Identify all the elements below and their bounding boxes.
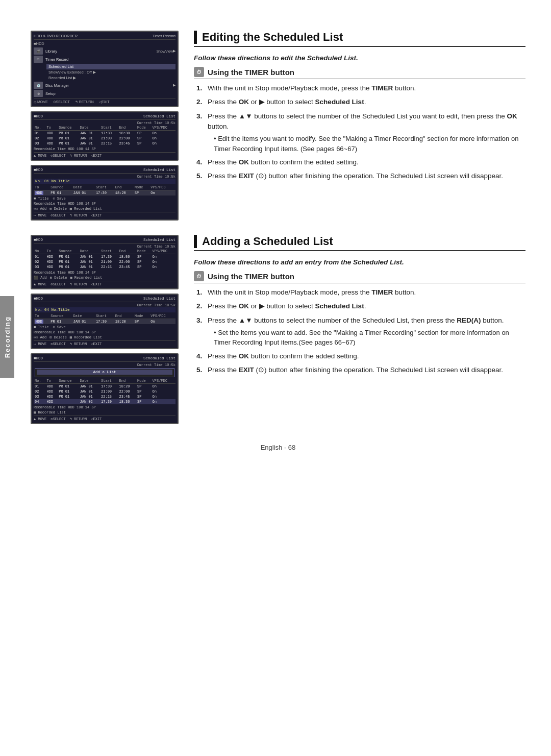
list-item: 2. Press the OK or ▶ button to select Sc… bbox=[196, 97, 525, 107]
menu-row-timer-record: ⏱ Timer Record bbox=[34, 56, 176, 63]
timer-record-icon: ⏱ bbox=[34, 56, 43, 63]
edit-row-label: No. 01 No.Title bbox=[34, 179, 176, 184]
add2-edit-table: To Source Date Start End Mode VPS/PDC HD… bbox=[34, 313, 176, 324]
adding-section-title: Adding a Scheduled List bbox=[194, 235, 525, 251]
menu-row-setup: ⚙ Setup bbox=[34, 90, 176, 97]
edit-footer-icons: ∞∞ Add ⊞ Delete ▦ Recorded List bbox=[34, 207, 176, 211]
adding-screens-col: ■HDD Scheduled List Current Time 10:5k N… bbox=[31, 235, 179, 428]
table-row: 03HDDPR 01JAN 0122:1523:45SPOn bbox=[34, 264, 176, 270]
menu-screen-mockup: HDD & DVD RECORDER Timer Record ■HDD 🎬 L… bbox=[31, 31, 179, 107]
edit-active-row: HDD PR 01 JAN 01 17:30 18:20 SP On bbox=[34, 190, 176, 196]
list-item: 5. Press the EXIT (⊙) button after finis… bbox=[196, 365, 525, 375]
table-row: 03HDDPR 01JAN 0122:1523:45SPOn bbox=[34, 141, 176, 146]
adding-list-final-screen: ■HDD Scheduled List Current Time 10:5k A… bbox=[31, 353, 179, 424]
adding-text-col: Adding a Scheduled List Follow these dir… bbox=[194, 235, 525, 428]
list-item: 5. Press the EXIT (⊙) button after finis… bbox=[196, 171, 525, 181]
library-icon: 🎬 bbox=[34, 47, 43, 55]
editing-section-title: Editing the Scheduled List bbox=[194, 31, 525, 47]
final-table: No. To Source Date Start End Mode VPS/PD… bbox=[34, 378, 176, 404]
table-row: 02HDDPR 01JAN 0121:0022:00SPOn bbox=[34, 389, 176, 394]
adding-italic-instruction: Follow these directions to add an entry … bbox=[194, 258, 525, 266]
title-bar-decoration bbox=[194, 31, 197, 44]
menu-header-right: Timer Record bbox=[153, 34, 176, 38]
menu-footer: ◇ MOVE ⊙SELECT ↰ RETURN ◁EXIT bbox=[34, 99, 176, 104]
add-list-popup: Add a List bbox=[35, 368, 174, 377]
timer-record-submenu: Scheduled List ShowView Extended : Off R… bbox=[46, 64, 176, 81]
table-row: 02HDDPR 01JAN 0121:0022:00SPOn bbox=[34, 259, 176, 264]
title-bar-decoration-2 bbox=[194, 235, 197, 248]
adding-steps-list: 1. With the unit in Stop mode/Playback m… bbox=[196, 287, 525, 375]
scheduled-list-table-1: No. To Source Date Start End Mode VPS/PD… bbox=[34, 125, 176, 146]
setup-icon: ⚙ bbox=[34, 90, 43, 97]
final-footer-icons: ▦ Recorded List bbox=[34, 410, 176, 414]
edit-table: To Source Date Start End Mode VPS/PDC HD… bbox=[34, 185, 176, 196]
page-footer: English - 68 bbox=[31, 444, 525, 461]
list-item: 1. With the unit in Stop mode/Playback m… bbox=[196, 83, 525, 93]
submenu-recorded-list: Recorded List bbox=[46, 75, 176, 81]
adding-timer-subsection: ⏱ Using the TIMER button 1. With the uni… bbox=[194, 271, 525, 375]
editing-italic-instruction: Follow these directions to edit the Sche… bbox=[194, 54, 525, 62]
side-tab-label: Recording bbox=[4, 316, 11, 358]
menu-header-left: HDD & DVD RECORDER bbox=[34, 34, 78, 38]
editing-text-col: Editing the Scheduled List Follow these … bbox=[194, 31, 525, 225]
table-row: 01HDDPR 01JAN 0117:3018:20SPOn bbox=[34, 384, 176, 389]
list-item: 3. Press the ▲▼ buttons to select the nu… bbox=[196, 315, 525, 348]
add2-active-row: HDD PR 01 JAN 01 17:30 18:20 SP On bbox=[34, 319, 176, 325]
edit-icon-row: ■ Title ⊙ Save bbox=[34, 197, 176, 201]
table-row: 03HDDPR 01JAN 0122:1523:45SPOn bbox=[34, 394, 176, 399]
list-item: 2. Press the OK or ▶ button to select Sc… bbox=[196, 301, 525, 311]
menu-row-library: 🎬 Library ShowView ▶ bbox=[34, 47, 176, 55]
editing-timer-subsection: ⏱ Using the TIMER button 1. With the uni… bbox=[194, 67, 525, 182]
submenu-scheduled-list: Scheduled List bbox=[46, 64, 176, 69]
timer-icon-adding: ⏱ bbox=[194, 271, 204, 281]
add2-icon-row: ■ Title ⊙ Save bbox=[34, 325, 176, 329]
menu-row-disc-manager: 💿 Disc Manager ▶ bbox=[34, 82, 176, 89]
list-item: 4. Press the OK button to confirm the ed… bbox=[196, 157, 525, 167]
scheduled-list-screen-1: ■HDD Scheduled List Current Time 10:5k N… bbox=[31, 111, 179, 161]
adding-table-1: No. To Source Date Start End Mode VPS/PD… bbox=[34, 249, 176, 270]
submenu-showview-extended: ShowView Extended : Off bbox=[46, 69, 176, 75]
list-item: 4. Press the OK button to confirm the ad… bbox=[196, 351, 525, 361]
adding-sub-section-title: ⏱ Using the TIMER button bbox=[194, 271, 525, 283]
scheduled-list-edit-screen: ■HDD Scheduled List Current Time 10:5k N… bbox=[31, 165, 179, 221]
add2-edit-label: No. 04 No.Title bbox=[34, 307, 176, 312]
table-row: 01HDDPR 01JAN 0117:3018:50SPOn bbox=[34, 254, 176, 260]
table-row: 02HDDPR 01JAN 0121:0022:00SPOn bbox=[34, 136, 176, 141]
list-item: 3. Press the ▲▼ buttons to select the nu… bbox=[196, 111, 525, 154]
add1-footer-icons: ⬛ Add ⊞ Delete ▦ Recorded List bbox=[34, 276, 176, 280]
editing-screens-col: HDD & DVD RECORDER Timer Record ■HDD 🎬 L… bbox=[31, 31, 179, 225]
hdd-label: ■HDD bbox=[34, 41, 176, 46]
editing-sub-section-title: ⏱ Using the TIMER button bbox=[194, 67, 525, 79]
disc-manager-icon: 💿 bbox=[34, 82, 43, 89]
table-row: 04HDDJAN 0217:3018:30SPOn bbox=[34, 399, 176, 404]
editing-steps-list: 1. With the unit in Stop mode/Playback m… bbox=[196, 83, 525, 182]
timer-icon-editing: ⏱ bbox=[194, 67, 204, 77]
side-recording-tab: Recording bbox=[0, 296, 14, 378]
add2-footer-icons: ∞∞ Add ⊞ Delete ▦ Recorded List bbox=[34, 335, 176, 339]
adding-list-screen-1: ■HDD Scheduled List Current Time 10:5k N… bbox=[31, 235, 179, 289]
adding-list-screen-2: ■HDD Scheduled List Current Time 10:5k N… bbox=[31, 294, 179, 349]
list-item: 1. With the unit in Stop mode/Playback m… bbox=[196, 287, 525, 298]
table-row: 01HDDPR 01JAN 0117:3018:30SPOn bbox=[34, 131, 176, 136]
